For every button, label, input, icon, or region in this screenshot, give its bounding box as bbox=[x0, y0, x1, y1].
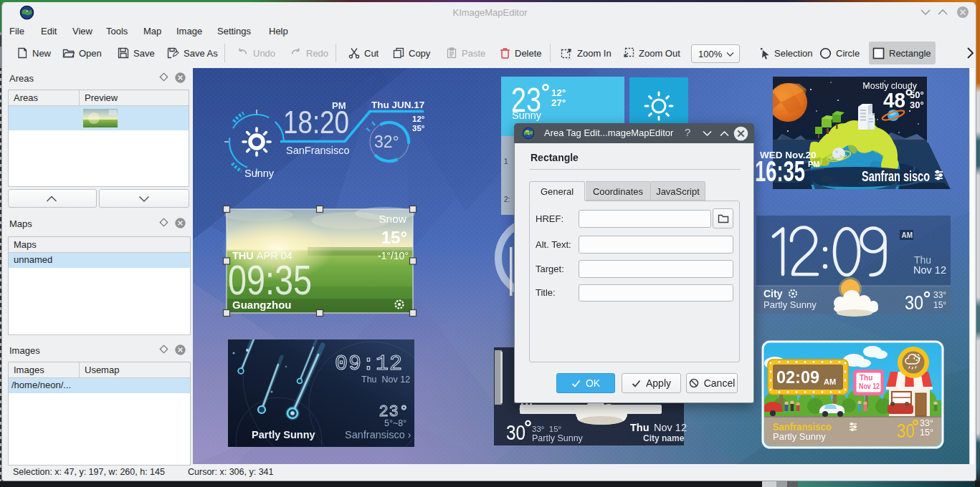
svg-text:1: 1 bbox=[504, 158, 508, 165]
svg-text:35°: 35° bbox=[412, 124, 425, 132]
svg-text:Nov 12: Nov 12 bbox=[859, 382, 880, 390]
svg-text:30: 30 bbox=[897, 420, 915, 442]
svg-text:12°: 12° bbox=[551, 87, 566, 98]
svg-text:12°: 12° bbox=[412, 115, 425, 123]
svg-text:09:35: 09:35 bbox=[228, 257, 312, 303]
svg-text:Thu Nov 12: Thu Nov 12 bbox=[361, 375, 410, 385]
svg-text:Thu: Thu bbox=[630, 422, 650, 433]
svg-text:27°: 27° bbox=[551, 97, 566, 108]
svg-text:Sanfransisco ›: Sanfransisco › bbox=[345, 429, 411, 440]
svg-text:Partly Sunny: Partly Sunny bbox=[252, 429, 315, 440]
svg-text:50°: 50° bbox=[910, 90, 924, 100]
svg-text:33°: 33° bbox=[933, 290, 946, 300]
svg-text:Snow: Snow bbox=[379, 213, 407, 225]
svg-text:City name: City name bbox=[643, 433, 685, 443]
svg-text:15°: 15° bbox=[920, 428, 933, 438]
svg-text:Nov 12: Nov 12 bbox=[913, 264, 946, 276]
svg-text:Thu JUN.17: Thu JUN.17 bbox=[371, 100, 424, 110]
svg-text:2:: 2: bbox=[504, 196, 510, 203]
svg-text:33° 15°: 33° 15° bbox=[532, 425, 561, 433]
svg-text:PM: PM bbox=[808, 160, 820, 168]
svg-text:Guangzhou: Guangzhou bbox=[232, 299, 292, 311]
svg-text:Sunny: Sunny bbox=[512, 110, 542, 121]
svg-text:AM: AM bbox=[824, 377, 836, 386]
svg-text:15°: 15° bbox=[381, 228, 407, 247]
svg-text:15°: 15° bbox=[933, 300, 946, 310]
svg-text:09:12: 09:12 bbox=[335, 352, 403, 376]
svg-text:Sunny: Sunny bbox=[244, 168, 275, 179]
svg-text:PM: PM bbox=[332, 100, 346, 111]
svg-text:48: 48 bbox=[883, 89, 905, 112]
svg-text:30: 30 bbox=[905, 291, 923, 314]
svg-text:30°: 30° bbox=[910, 100, 924, 110]
svg-text:SanFransisco: SanFransisco bbox=[286, 145, 350, 156]
svg-text:02:09: 02:09 bbox=[776, 367, 819, 387]
svg-text:5°~8°: 5°~8° bbox=[384, 418, 406, 428]
svg-text:32°: 32° bbox=[374, 132, 399, 151]
svg-text:Sanfran sisco: Sanfran sisco bbox=[862, 168, 930, 184]
svg-text:-1°/10°: -1°/10° bbox=[378, 250, 409, 261]
svg-text:Partly Sunny: Partly Sunny bbox=[763, 299, 817, 310]
svg-text:30: 30 bbox=[506, 421, 525, 444]
svg-text:AM: AM bbox=[902, 231, 913, 239]
svg-text:City: City bbox=[763, 288, 783, 299]
svg-text:33°: 33° bbox=[920, 418, 933, 428]
svg-text:16:35: 16:35 bbox=[755, 155, 805, 187]
svg-text:Partly Sunny: Partly Sunny bbox=[773, 431, 826, 442]
svg-text:Thu: Thu bbox=[860, 374, 872, 382]
svg-text:Partly Sunny: Partly Sunny bbox=[532, 433, 584, 443]
svg-text:Nov 12: Nov 12 bbox=[654, 422, 687, 433]
